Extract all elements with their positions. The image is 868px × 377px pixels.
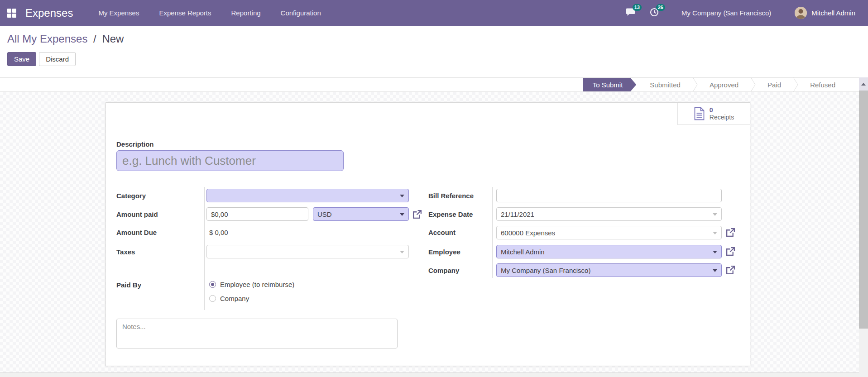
user-avatar [795, 7, 807, 19]
chevron-down-icon [400, 213, 404, 216]
user-name: Mitchell Admin [811, 9, 855, 17]
activities-badge: 26 [656, 4, 665, 11]
scroll-up-button[interactable] [859, 77, 868, 91]
taxes-select[interactable] [206, 245, 409, 258]
stage-to-submit[interactable]: To Submit [583, 78, 637, 91]
document-icon [694, 107, 705, 120]
chevron-down-icon [713, 232, 717, 234]
bill-reference-input[interactable] [496, 189, 722, 202]
chevron-down-icon [713, 269, 717, 272]
form-view-background: 0 Receipts Description Category Amount p… [0, 92, 859, 372]
expense-date-label: Expense Date [428, 210, 473, 218]
chevron-down-icon [400, 251, 404, 253]
account-label: Account [428, 229, 456, 236]
messages-icon[interactable]: 13 [626, 8, 635, 19]
messages-badge: 13 [633, 4, 642, 11]
stage-divider-icon [793, 77, 798, 92]
stage-paid[interactable]: Paid [756, 78, 793, 91]
breadcrumb-parent-link[interactable]: All My Expenses [7, 33, 87, 45]
control-panel: All My Expenses / New Save Discard [0, 26, 868, 77]
employee-external-link-icon[interactable] [725, 246, 736, 257]
description-label: Description [116, 140, 154, 148]
right-group-separator [492, 187, 493, 278]
paid-by-option-employee[interactable]: Employee (to reimburse) [209, 281, 294, 288]
breadcrumb-separator: / [93, 33, 96, 45]
scrollbar-thumb[interactable] [859, 91, 868, 329]
app-brand[interactable]: Expenses [25, 7, 73, 19]
notes-textarea[interactable] [116, 319, 398, 348]
user-menu[interactable]: Mitchell Admin [795, 7, 855, 19]
footer-strip [0, 372, 868, 377]
currency-select[interactable]: USD [313, 207, 409, 221]
statusbar: To Submit Submitted Approved Paid Refuse… [0, 77, 859, 92]
scroll-up-arrow-icon [861, 83, 866, 86]
stage-divider-icon [692, 77, 698, 92]
stage-divider-icon [750, 77, 756, 92]
left-group-separator [204, 187, 205, 310]
taxes-label: Taxes [116, 248, 135, 256]
account-select[interactable]: 600000 Expenses [496, 226, 722, 239]
amount-due-label: Amount Due [116, 229, 157, 236]
expense-date-input[interactable]: 21/11/2021 [496, 207, 722, 221]
radio-unselected-icon [209, 295, 216, 302]
chevron-down-icon [713, 213, 717, 216]
currency-external-link-icon[interactable] [412, 209, 422, 220]
form-sheet: 0 Receipts Description Category Amount p… [106, 102, 750, 366]
discard-button[interactable]: Discard [39, 52, 76, 66]
account-external-link-icon[interactable] [725, 227, 736, 238]
bill-reference-label: Bill Reference [428, 192, 474, 200]
receipts-button[interactable]: 0 Receipts [677, 103, 750, 125]
company-select[interactable]: My Company (San Francisco) [496, 263, 722, 277]
chevron-down-icon [400, 195, 404, 197]
apps-menu-icon[interactable] [7, 9, 16, 18]
amount-paid-label: Amount paid [116, 210, 158, 218]
employee-select[interactable]: Mitchell Admin [496, 245, 722, 258]
menu-reporting[interactable]: Reporting [231, 9, 261, 17]
menu-configuration[interactable]: Configuration [281, 9, 321, 17]
receipts-label: Receipts [710, 114, 734, 121]
description-input[interactable] [116, 150, 344, 171]
chevron-down-icon [713, 251, 717, 253]
amount-due-value: $ 0,00 [209, 229, 228, 236]
amount-paid-input[interactable] [206, 207, 308, 221]
receipts-count: 0 [710, 106, 734, 114]
stage-approved[interactable]: Approved [698, 78, 750, 91]
vertical-scrollbar[interactable] [859, 77, 868, 377]
top-navbar: Expenses My Expenses Expense Reports Rep… [0, 0, 868, 26]
stage-submitted[interactable]: Submitted [638, 78, 692, 91]
breadcrumb: All My Expenses / New [7, 33, 124, 45]
stage-refused[interactable]: Refused [798, 78, 847, 91]
category-select[interactable] [206, 189, 409, 202]
radio-selected-icon [209, 281, 216, 288]
save-button[interactable]: Save [7, 52, 36, 66]
activities-icon[interactable]: 26 [650, 8, 659, 19]
company-switcher[interactable]: My Company (San Francisco) [681, 9, 771, 17]
systray: 13 26 My Company (San Francisco) Mitchel… [626, 7, 855, 19]
menu-expense-reports[interactable]: Expense Reports [159, 9, 211, 17]
employee-label: Employee [428, 248, 460, 256]
company-label: Company [428, 267, 459, 274]
paid-by-option-company[interactable]: Company [209, 295, 249, 302]
menu-my-expenses[interactable]: My Expenses [98, 9, 139, 17]
control-panel-buttons: Save Discard [7, 52, 76, 66]
paid-by-label: Paid By [116, 281, 141, 289]
company-external-link-icon[interactable] [725, 265, 736, 275]
main-menu: My Expenses Expense Reports Reporting Co… [98, 9, 321, 17]
breadcrumb-current: New [102, 33, 124, 45]
category-label: Category [116, 192, 146, 200]
